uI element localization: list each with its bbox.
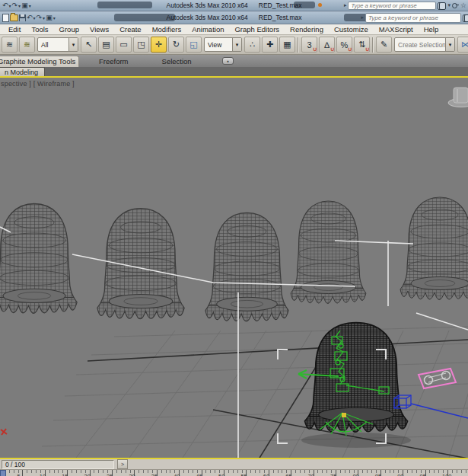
perspective-viewport[interactable]: spective ] [ Wireframe ] (0, 78, 468, 458)
ruler-number: 40 (174, 473, 180, 476)
tab-freeform[interactable]: Freeform (91, 56, 136, 67)
save-file-icon[interactable] (19, 14, 26, 21)
wireframe-bell-2[interactable] (97, 209, 184, 319)
menu-graph-editors[interactable]: Graph Editors (229, 25, 285, 34)
wireframe-bell-1[interactable] (0, 203, 77, 313)
menu-help[interactable]: Help (419, 25, 444, 34)
keyboard-shortcut-override-toggle[interactable]: ▦ (279, 37, 295, 53)
select-by-name-button[interactable]: ▤ (98, 37, 114, 53)
tab-selection[interactable]: Selection (154, 56, 199, 67)
ruler-number: 55 (240, 473, 247, 476)
bind-to-space-warp-button[interactable]: ≋ (19, 37, 35, 53)
ribbon-subtab-polygon-modeling[interactable]: n Modeling (0, 67, 45, 76)
current-frame-field[interactable]: 0 / 100 (2, 460, 114, 469)
open-file-icon[interactable] (10, 14, 18, 21)
menu-animation[interactable]: Animation (186, 25, 229, 34)
undo-icon[interactable]: ↶ (27, 14, 33, 21)
track-bar[interactable]: 5101520253035404550556065707580859095100 (0, 470, 468, 476)
blue-helper-cube[interactable] (394, 395, 468, 418)
snaps-toggle-button[interactable]: 3∪ (301, 37, 317, 53)
menu-edit[interactable]: Edit (3, 25, 26, 34)
select-and-rotate-button[interactable]: ↻ (168, 37, 184, 53)
3ds-max-window: ↶ ▾ ↷ ▾ ▣ ▾ Autodesk 3ds Max 2010 x64RED… (0, 0, 468, 476)
world-axis-icon (1, 429, 7, 435)
ruler-number: 95 (420, 473, 426, 476)
ruler-number: 10 (40, 473, 46, 476)
spinner-snap-toggle-button[interactable]: ⇅∪ (354, 37, 370, 53)
ruler-number: 85 (375, 473, 381, 476)
search-binoculars-icon[interactable] (463, 14, 468, 21)
workspace-icon[interactable]: ▣ (46, 14, 53, 21)
mirror-button[interactable]: ⋈ (457, 37, 468, 53)
redo-icon[interactable]: ↷ (37, 14, 43, 21)
reference-coordinate-system-dropdown[interactable]: View ▾ (204, 37, 242, 52)
select-and-manipulate-button[interactable]: ✚ (262, 37, 278, 53)
named-selection-sets-dropdown[interactable]: Create Selection Se ▾ (394, 37, 455, 52)
subscription-key-icon[interactable] (452, 2, 459, 9)
undo-dropdown-icon[interactable]: ▾ (9, 3, 11, 8)
undo-icon[interactable]: ↶ (2, 2, 8, 9)
menu-customize[interactable]: Customize (329, 25, 374, 34)
infocenter-collapse-icon[interactable]: ▸ (361, 14, 364, 21)
quick-access-toolbar-inner: ↶ ▾ ↷ ▾ ▣ ▾ (0, 14, 58, 22)
title-bar-inner: ↶ ▾ ↷ ▾ ▣ ▾ Autodesk 3ds Max 2010 x64RED… (0, 11, 468, 24)
menu-views[interactable]: Views (84, 25, 114, 34)
select-and-link-button[interactable]: ≋ (2, 37, 18, 53)
ruler-number: 70 (308, 473, 314, 476)
menu-modifiers[interactable]: Modifiers (147, 25, 187, 34)
search-binoculars-icon[interactable] (438, 2, 446, 8)
menu-rendering[interactable]: Rendering (285, 25, 329, 34)
wireframe-bell-5[interactable] (400, 197, 468, 300)
wireframe-bell-4[interactable] (291, 201, 366, 304)
redo-dropdown-icon[interactable]: ▾ (43, 15, 45, 21)
select-and-scale-button[interactable]: ◱ (186, 37, 202, 53)
new-file-icon[interactable] (2, 14, 9, 22)
infocenter-search-input[interactable] (365, 13, 461, 23)
title-bar-outer: ↶ ▾ ↷ ▾ ▣ ▾ Autodesk 3ds Max 2010 x64RED… (0, 0, 468, 11)
next-frame-button[interactable]: > (117, 459, 128, 469)
menu-create[interactable]: Create (114, 25, 147, 34)
workspace-dropdown-icon[interactable]: ▾ (29, 3, 31, 8)
undo-dropdown-icon[interactable]: ▾ (33, 15, 36, 21)
time-slider-handle[interactable] (0, 470, 6, 476)
ruler-number: 45 (196, 473, 202, 476)
workspace-icon[interactable]: ▣ (21, 2, 28, 9)
chevron-down-icon[interactable]: ▾ (68, 38, 78, 51)
redo-icon[interactable]: ↷ (12, 2, 18, 9)
rectangular-selection-region-button[interactable]: ▭ (116, 37, 132, 53)
chevron-down-icon[interactable]: ▾ (445, 38, 454, 51)
angle-snap-toggle-button[interactable]: ∆∪ (319, 37, 335, 53)
viewport-canvas[interactable] (0, 78, 468, 458)
ruler-number: 20 (84, 473, 91, 476)
favorites-star-icon[interactable]: ☆ (460, 2, 466, 9)
tab-graphite-modeling-tools[interactable]: Graphite Modeling Tools (0, 56, 79, 67)
use-pivot-point-center-button[interactable]: ∴ (244, 37, 260, 53)
workspace-dropdown-icon[interactable]: ▾ (53, 15, 56, 21)
ruler-number: 30 (129, 473, 135, 476)
select-object-button[interactable]: ↖ (81, 37, 97, 53)
chevron-down-icon[interactable]: ▾ (232, 38, 241, 51)
main-toolbar: ≋ ≋ All ▾ ↖ ▤ ▭ ◳ ✛ ↻ ◱ View ▾ ∴ ✚ ▦ 3∪ … (0, 35, 468, 55)
percent-snap-toggle-button[interactable]: %∪ (336, 37, 352, 53)
infocenter-collapse-icon[interactable]: ▸ (344, 2, 347, 8)
ruler-number: 60 (263, 473, 269, 476)
menu-maxscript[interactable]: MAXScript (374, 25, 419, 34)
select-and-move-button[interactable]: ✛ (151, 37, 167, 53)
viewport-label[interactable]: spective ] [ Wireframe ] (1, 80, 75, 88)
menu-group[interactable]: Group (54, 25, 84, 34)
ruler-number: 25 (107, 473, 113, 476)
wireframe-bell-3[interactable] (205, 212, 288, 321)
window-crossing-toggle[interactable]: ◳ (133, 37, 149, 53)
ribbon-minimize-button[interactable]: ● (222, 57, 234, 65)
selection-filter-dropdown[interactable]: All ▾ (37, 37, 78, 52)
infocenter-inner: ▸ (361, 13, 468, 23)
menu-bar: Edit Tools Group Views Create Modifiers … (0, 24, 468, 35)
search-dropdown-icon[interactable]: ▾ (447, 2, 450, 8)
selected-wireframe-bell[interactable] (304, 322, 407, 432)
redo-dropdown-icon[interactable]: ▾ (18, 3, 21, 8)
cup-object[interactable] (448, 88, 468, 107)
infocenter: ▸ ▾ ☆ (344, 2, 468, 10)
edit-named-selection-sets-button[interactable]: ✎ (376, 37, 392, 53)
menu-tools[interactable]: Tools (26, 25, 53, 34)
infocenter-search-input[interactable] (348, 2, 436, 10)
